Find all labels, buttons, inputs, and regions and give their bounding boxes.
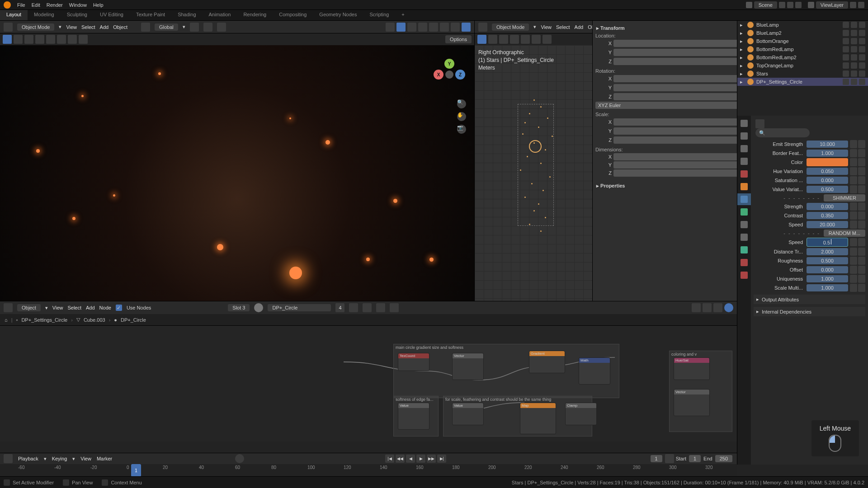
shading-rendered-icon[interactable] bbox=[462, 23, 471, 32]
users-count[interactable]: 4 bbox=[335, 303, 344, 312]
keyframe-icon[interactable] bbox=[850, 238, 857, 246]
prop-pin-icon[interactable] bbox=[755, 119, 764, 128]
eye-icon[interactable] bbox=[843, 30, 849, 36]
tab-sculpting[interactable]: Sculpting bbox=[61, 10, 94, 20]
tool-4[interactable] bbox=[510, 35, 519, 44]
prop-tab-scene[interactable] bbox=[737, 155, 751, 167]
shading-solid-icon[interactable] bbox=[440, 23, 449, 32]
play-reverse-icon[interactable]: ◀ bbox=[406, 455, 415, 463]
snap-node-icon[interactable] bbox=[703, 303, 712, 312]
xray-icon[interactable] bbox=[418, 23, 427, 32]
options-button[interactable]: Options bbox=[445, 35, 472, 43]
prop-tab-material[interactable] bbox=[737, 257, 751, 268]
disable-icon[interactable] bbox=[851, 79, 857, 85]
prop-value[interactable]: 0.000 bbox=[807, 266, 848, 273]
editor-type-icon[interactable] bbox=[4, 23, 13, 32]
menu-render[interactable]: Render bbox=[47, 2, 63, 8]
prop-value[interactable]: 1.000 bbox=[807, 275, 848, 282]
gizmo-center[interactable] bbox=[445, 70, 453, 79]
eye-icon[interactable] bbox=[843, 38, 849, 44]
tab-compositing[interactable]: Compositing bbox=[273, 10, 313, 20]
outliner-row[interactable]: ▸TopOrangeLamp bbox=[737, 61, 868, 70]
chevron-down-icon[interactable]: ▾ bbox=[533, 24, 536, 30]
copy-icon[interactable] bbox=[787, 2, 793, 8]
preview-range-icon[interactable] bbox=[665, 454, 674, 463]
eye-icon[interactable] bbox=[843, 54, 849, 61]
tab-animation[interactable]: Animation bbox=[203, 10, 237, 20]
keyframe-icon[interactable] bbox=[850, 158, 857, 166]
properties-search[interactable]: 🔍 bbox=[755, 128, 810, 137]
disable-icon[interactable] bbox=[851, 70, 857, 77]
tab-layout[interactable]: Layout bbox=[0, 10, 28, 20]
outliner-row[interactable]: ▸BottomRedLamp bbox=[737, 45, 868, 53]
menu-icon[interactable] bbox=[858, 221, 865, 229]
output-attributes-expander[interactable]: ▸ Output Attributes bbox=[754, 295, 865, 304]
outliner-row[interactable]: ▸BottomRedLamp2 bbox=[737, 53, 868, 61]
vp-menu-object[interactable]: Object bbox=[113, 24, 127, 30]
menu-icon[interactable] bbox=[858, 158, 865, 166]
home-icon[interactable]: ⌂ bbox=[5, 317, 8, 323]
axis-y[interactable]: Y bbox=[444, 59, 454, 69]
shading-wire-icon[interactable] bbox=[429, 23, 438, 32]
menu-edit[interactable]: Edit bbox=[32, 2, 40, 8]
outliner-row[interactable]: ▸DP+_Settings_Circle bbox=[737, 78, 868, 86]
prop-tab-constraints[interactable] bbox=[737, 231, 751, 243]
add-workspace-button[interactable]: + bbox=[395, 10, 410, 20]
menu-icon[interactable] bbox=[858, 185, 865, 193]
parent-node-icon[interactable] bbox=[692, 303, 701, 312]
timeline-marker[interactable]: Marker bbox=[97, 456, 112, 461]
close-scene-icon[interactable] bbox=[795, 2, 802, 8]
eye-icon[interactable] bbox=[843, 46, 849, 52]
copy-viewlayer-icon[interactable] bbox=[850, 2, 856, 8]
timeline-view[interactable]: View bbox=[80, 456, 91, 461]
menu-icon[interactable] bbox=[858, 211, 865, 220]
material-name[interactable]: DP+_Circle bbox=[268, 304, 331, 311]
vp-menu-add[interactable]: Add bbox=[100, 24, 109, 30]
prev-keyframe-icon[interactable]: ◀◀ bbox=[396, 455, 405, 463]
keyframe-icon[interactable] bbox=[850, 266, 857, 274]
eye-icon[interactable] bbox=[843, 79, 849, 85]
prop-value[interactable]: 0.000 bbox=[807, 177, 848, 184]
unlink-material-icon[interactable] bbox=[376, 303, 385, 312]
color-swatch[interactable] bbox=[807, 158, 848, 166]
keyframe-icon[interactable] bbox=[850, 211, 857, 220]
disable-icon[interactable] bbox=[851, 30, 857, 36]
render-icon[interactable] bbox=[859, 38, 865, 44]
eye-icon[interactable] bbox=[843, 70, 849, 77]
tool-select-box[interactable] bbox=[3, 35, 12, 44]
outliner-row[interactable]: ▸BlueLamp bbox=[737, 21, 868, 29]
tool-7[interactable] bbox=[542, 35, 552, 44]
tool-6[interactable] bbox=[532, 35, 541, 44]
scene-field[interactable]: Scene bbox=[754, 1, 777, 9]
menu-icon[interactable] bbox=[858, 266, 865, 274]
end-frame[interactable]: 250 bbox=[715, 455, 732, 462]
keyframe-icon[interactable] bbox=[850, 149, 857, 157]
prop-value[interactable]: 10.000 bbox=[807, 141, 848, 148]
slot-selector[interactable]: Slot 3 bbox=[228, 304, 250, 311]
overlay-node-icon[interactable] bbox=[713, 303, 722, 312]
tab-scripting[interactable]: Scripting bbox=[363, 10, 395, 20]
menu-icon[interactable] bbox=[858, 284, 865, 292]
copy-material-icon[interactable] bbox=[363, 303, 372, 312]
render-icon[interactable] bbox=[859, 79, 865, 85]
node-menu-select[interactable]: Select bbox=[67, 305, 81, 310]
use-nodes-checkbox[interactable]: ✓ bbox=[116, 305, 122, 311]
tool-cursor[interactable] bbox=[14, 35, 23, 44]
disable-icon[interactable] bbox=[851, 62, 857, 69]
menu-icon[interactable] bbox=[858, 202, 865, 211]
new-material-icon[interactable] bbox=[349, 303, 358, 312]
outliner-row[interactable]: ▸BottomOrange bbox=[737, 37, 868, 45]
tab-texture[interactable]: Texture Paint bbox=[130, 10, 171, 20]
prop-tab-modifiers[interactable] bbox=[737, 193, 751, 205]
viewlayer-field[interactable]: ViewLayer bbox=[816, 1, 848, 9]
blender-icon[interactable] bbox=[4, 1, 11, 9]
vp-menu-add[interactable]: Add bbox=[575, 24, 584, 30]
current-frame[interactable]: 1 bbox=[651, 455, 662, 462]
keyframe-icon[interactable] bbox=[850, 185, 857, 193]
autokey-icon[interactable] bbox=[235, 454, 244, 463]
snap-icon[interactable] bbox=[203, 23, 212, 32]
next-keyframe-icon[interactable]: ▶▶ bbox=[427, 455, 436, 463]
prop-value[interactable]: 0.350 bbox=[807, 212, 848, 219]
jump-end-icon[interactable]: ▶| bbox=[437, 455, 446, 463]
keyframe-icon[interactable] bbox=[850, 221, 857, 229]
